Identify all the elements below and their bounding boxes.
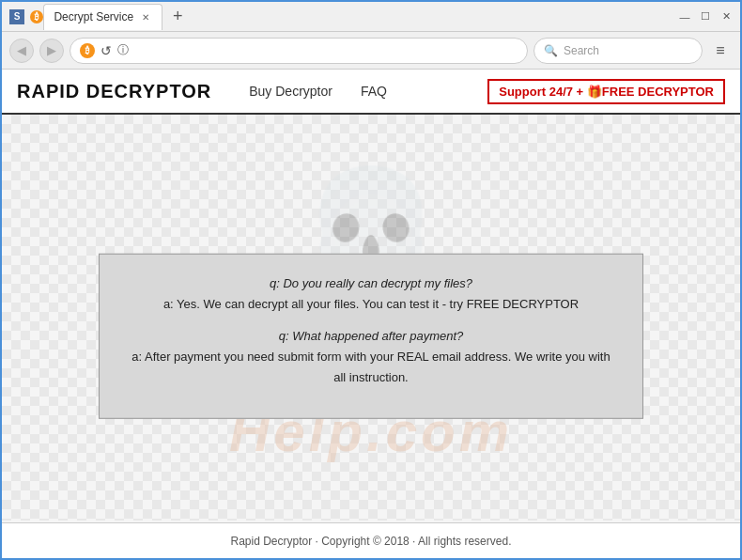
faq-answer-2: a: After payment you need submit form wi…	[128, 347, 614, 388]
browser-tab[interactable]: Decrypt Service ✕	[43, 4, 162, 30]
nav-cta-button[interactable]: Support 24/7 + 🎁FREE DECRYPTOR	[487, 79, 725, 104]
nav-cta-label: Support 24/7 + 🎁FREE DECRYPTOR	[499, 85, 714, 99]
tab-title: Decrypt Service	[54, 10, 133, 23]
tab-favicon: ₿	[30, 10, 43, 23]
browser-icon: S	[9, 9, 24, 24]
window-controls: — ☐ ✕	[678, 10, 733, 23]
faq-item-1: q: Do you really can decrypt my files? a…	[128, 273, 614, 315]
back-button[interactable]: ◀	[9, 39, 34, 63]
browser-menu-button[interactable]: ≡	[708, 39, 733, 63]
search-bar[interactable]: 🔍 Search	[533, 38, 703, 64]
new-tab-button[interactable]: +	[166, 6, 189, 28]
faq-item-2: q: What happened after payment? a: After…	[128, 326, 614, 388]
site-logo: RAPID DECRYPTOR	[17, 81, 211, 102]
title-bar: S ₿ Decrypt Service ✕ + — ☐ ✕	[2, 2, 740, 32]
url-bar[interactable]: ₿ ↺ ⓘ	[70, 38, 528, 64]
minimize-button[interactable]: —	[678, 10, 691, 23]
tab-close-button[interactable]: ✕	[139, 10, 152, 23]
close-button[interactable]: ✕	[719, 10, 733, 23]
site-navigation: RAPID DECRYPTOR Buy Decryptor FAQ Suppor…	[2, 70, 740, 115]
faq-question-2: q: What happened after payment?	[128, 326, 614, 347]
footer-text: Rapid Decryptor · Copyright © 2018 · All…	[231, 535, 512, 548]
nav-faq[interactable]: FAQ	[361, 84, 387, 99]
search-icon: 🔍	[544, 44, 558, 57]
faq-box: q: Do you really can decrypt my files? a…	[99, 254, 643, 419]
browser-window: S ₿ Decrypt Service ✕ + — ☐ ✕ ◀ ▶ ₿ ↺ ⓘ …	[0, 0, 742, 560]
address-bar: ◀ ▶ ₿ ↺ ⓘ 🔍 Search ≡	[2, 32, 740, 70]
faq-answer-1: a: Yes. We can decrypt all your files. Y…	[128, 294, 614, 315]
webpage: RAPID DECRYPTOR Buy Decryptor FAQ Suppor…	[2, 70, 740, 558]
info-button[interactable]: ⓘ	[117, 42, 129, 58]
forward-button[interactable]: ▶	[39, 39, 64, 63]
main-content: 💀 Help.com q: Do you really can decrypt …	[2, 115, 740, 558]
site-footer: Rapid Decryptor · Copyright © 2018 · All…	[2, 522, 740, 558]
faq-question-1: q: Do you really can decrypt my files?	[128, 273, 614, 294]
nav-buy-decryptor[interactable]: Buy Decryptor	[249, 84, 332, 99]
url-favicon: ₿	[80, 43, 95, 58]
search-placeholder-text: Search	[564, 44, 599, 57]
reload-button[interactable]: ↺	[100, 43, 112, 58]
maximize-button[interactable]: ☐	[699, 10, 712, 23]
